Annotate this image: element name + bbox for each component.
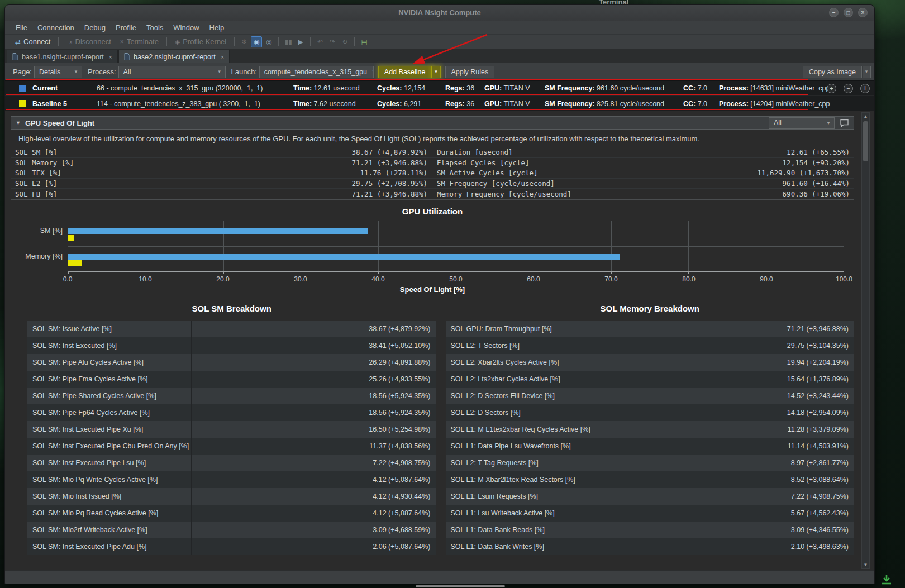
maximize-button[interactable]: □ [844, 8, 853, 17]
undo-icon[interactable]: ↶ [315, 36, 326, 47]
breakdown-row[interactable]: SOL GPU: Dram Throughput [%]71.21 (+3,94… [446, 321, 855, 337]
chart-tickmark [378, 271, 379, 274]
menu-item-profile[interactable]: Profile [111, 22, 141, 33]
download-icon[interactable] [880, 574, 893, 587]
tab-base2.nsight-cuprof-report[interactable]: base2.nsight-cuprof-report× [118, 50, 230, 63]
chart-gridline-horizontal [68, 246, 844, 247]
menu-item-tools[interactable]: Tools [141, 22, 168, 33]
close-button[interactable]: × [858, 8, 868, 17]
metric-row[interactable]: SM Frequency [cycle/usecond]961.60 (+16.… [432, 179, 854, 189]
breakdown-row[interactable]: SOL SM: Mio2rf Writeback Active [%]3.09 … [27, 522, 436, 538]
vertical-scrollbar[interactable]: ▲ ▼ [861, 112, 870, 569]
breakdown-row[interactable]: SOL L2: T Sectors [%]29.75 (+3,104.35%) [446, 337, 855, 354]
scroll-down-icon[interactable]: ▼ [862, 561, 869, 568]
connect-label: Connect [23, 37, 50, 46]
baseline-name: Baseline 5 [32, 100, 97, 108]
menu-item-file[interactable]: File [11, 22, 32, 33]
tab-close-icon[interactable]: × [221, 54, 224, 60]
metric-name: SOL TEX [%] [15, 169, 61, 177]
breakdown-row[interactable]: SOL L1: Lsu Writeback Active [%]5.67 (+4… [446, 505, 855, 522]
menu-item-window[interactable]: Window [168, 22, 204, 33]
copy-as-image-dropdown-arrow[interactable]: ▼ [862, 66, 871, 78]
breakdown-row[interactable]: SOL SM: Inst Executed Pipe Cbu Pred On A… [27, 438, 436, 455]
copy-as-image-button[interactable]: Copy as Image [803, 66, 862, 78]
launch-dropdown[interactable]: compute_tendencies_x_315_gpu ▼ [259, 66, 374, 78]
breakdown-row[interactable]: SOL SM: Issue Active [%]38.67 (+4,879.92… [27, 321, 436, 337]
menu-item-debug[interactable]: Debug [79, 22, 111, 33]
breakdown-row[interactable]: SOL L2: D Sectors [%]14.18 (+2,954.09%) [446, 404, 855, 421]
terminate-button[interactable]: ×Terminate [116, 36, 163, 48]
metric-row[interactable]: Memory Frequency [cycle/usecond]690.36 (… [432, 189, 854, 199]
metric-row[interactable]: SM Active Cycles [cycle]11,629.90 (+1,67… [432, 168, 854, 179]
scrollbar-thumb[interactable] [863, 121, 868, 161]
breakdown-row[interactable]: SOL L1: M L1tex2xbar Req Cycles Active [… [446, 421, 855, 438]
breakdown-row[interactable]: SOL SM: Inst Executed Pipe Xu [%]16.50 (… [27, 421, 436, 438]
rerun-icon[interactable]: ↻ [339, 36, 350, 47]
page-dropdown[interactable]: Details ▼ [34, 66, 82, 78]
metric-value: 11.76 (+278.11%) [360, 169, 427, 177]
breakdown-row[interactable]: SOL SM: Pipe Fp64 Cycles Active [%]18.56… [27, 404, 436, 421]
breakdown-row[interactable]: SOL SM: Mio Inst Issued [%]4.12 (+4,930.… [27, 488, 436, 505]
zoom-in-button[interactable]: + [827, 84, 836, 93]
metric-row[interactable]: SOL SM [%]38.67 (+4,879.92%) [11, 147, 432, 158]
titlebar[interactable]: NVIDIA Nsight Compute –□× [5, 5, 874, 21]
chart-bar-current [68, 228, 368, 234]
breakdown-row[interactable]: SOL SM: Mio Pq Read Cycles Active [%]4.1… [27, 505, 436, 522]
breakdown-row[interactable]: SOL SM: Inst Executed [%]38.41 (+5,052.1… [27, 337, 436, 354]
resume-icon[interactable]: ▶ [295, 36, 306, 47]
redo-icon[interactable]: ↷ [327, 36, 338, 47]
breakdown-row[interactable]: SOL SM: Mio Pq Write Cycles Active [%]4.… [27, 471, 436, 488]
collapse-arrow-icon[interactable]: ▼ [16, 120, 21, 126]
breakdown-row[interactable]: SOL SM: Inst Executed Pipe Adu [%]2.06 (… [27, 538, 436, 555]
breakdown-row[interactable]: SOL L2: Lts2xbar Cycles Active [%]15.64 … [446, 371, 855, 388]
baseline-row[interactable]: Current66 - compute_tendencies_x_315_gpu… [5, 81, 874, 96]
breakdown-row[interactable]: SOL L1: M Xbar2l1tex Read Sectors [%]8.5… [446, 471, 855, 488]
chart-tick-label: 40.0 [371, 275, 384, 283]
breakdown-row[interactable]: SOL L1: Data Bank Reads [%]3.09 (+4,346.… [446, 522, 855, 538]
breakdown-metric-value: 15.64 (+1,376.89%) [609, 371, 854, 388]
breakdown-row[interactable]: SOL SM: Pipe Alu Cycles Active [%]26.29 … [27, 354, 436, 371]
tab-base1.nsight-cuprof-report[interactable]: base1.nsight-cuprof-report× [7, 50, 118, 63]
comment-bubble-icon[interactable] [840, 119, 849, 127]
tab-close-icon[interactable]: × [109, 54, 112, 60]
metric-value: 12.61 (+65.55%) [787, 148, 850, 156]
breakdown-metric-name: SOL SM: Mio Inst Issued [%] [27, 488, 191, 505]
baseline-stat: Time: 7.62 usecond [293, 100, 377, 108]
breakdown-row[interactable]: SOL L1: Data Bank Writes [%]2.10 (+3,498… [446, 538, 855, 555]
metric-row[interactable]: SOL L2 [%]29.75 (+2,708.95%) [11, 179, 432, 189]
breakdown-metric-value: 4.12 (+5,087.64%) [191, 471, 436, 488]
zoom-out-button[interactable]: − [844, 84, 853, 93]
breakdown-row[interactable]: SOL L2: D Sectors Fill Device [%]14.52 (… [446, 388, 855, 404]
breakdown-row[interactable]: SOL L2: T Tag Requests [%]8.97 (+2,861.7… [446, 455, 855, 471]
menu-item-connection[interactable]: Connection [32, 22, 79, 33]
metric-list-icon[interactable]: ▤ [359, 36, 370, 47]
breakdown-row[interactable]: SOL L2: Xbar2lts Cycles Active [%]19.94 … [446, 354, 855, 371]
freeze-api-icon[interactable]: ❄ [239, 36, 250, 47]
disconnect-button[interactable]: ⇥Disconnect [62, 36, 115, 48]
minimize-button[interactable]: – [829, 8, 839, 17]
menu-item-help[interactable]: Help [204, 22, 230, 33]
breakdown-row[interactable]: SOL SM: Pipe Fma Cycles Active [%]25.26 … [27, 371, 436, 388]
metric-row[interactable]: SOL Memory [%]71.21 (+3,946.88%) [11, 158, 432, 169]
breakdown-row[interactable]: SOL L1: Data Pipe Lsu Wavefronts [%]11.1… [446, 438, 855, 455]
metric-row[interactable]: Elapsed Cycles [cycle]12,154 (+93.20%) [432, 158, 854, 169]
section-header-gpu-speed-of-light[interactable]: ▼ GPU Speed Of Light All ▼ [11, 116, 854, 130]
process-dropdown[interactable]: All ▼ [118, 66, 226, 78]
scroll-up-icon[interactable]: ▲ [862, 113, 869, 120]
profile-kernel-label: Profile Kernel [183, 37, 226, 46]
baseline-capture-icon[interactable]: ◎ [263, 36, 274, 47]
metric-row[interactable]: Duration [usecond]12.61 (+65.55%) [432, 147, 854, 158]
breakdown-row[interactable]: SOL L1: Lsuin Requests [%]7.22 (+4,908.7… [446, 488, 855, 505]
breakdown-row[interactable]: SOL SM: Inst Executed Pipe Lsu [%]7.22 (… [27, 455, 436, 471]
metric-row[interactable]: SOL FB [%]71.21 (+3,946.88%) [11, 189, 432, 199]
app-window: NVIDIA Nsight Compute –□× FileConnection… [4, 4, 875, 584]
tab-label: base1.nsight-cuprof-report [22, 53, 104, 61]
connect-button[interactable]: ⇄Connect [11, 36, 55, 48]
section-filter-dropdown[interactable]: All ▼ [769, 117, 835, 129]
info-button[interactable]: i [860, 84, 870, 93]
metric-row[interactable]: SOL TEX [%]11.76 (+278.11%) [11, 168, 432, 179]
pause-icon[interactable]: ▮▮ [283, 36, 294, 47]
breakdown-row[interactable]: SOL SM: Pipe Shared Cycles Active [%]18.… [27, 388, 436, 404]
profile-kernel-button[interactable]: ◈Profile Kernel [170, 36, 231, 48]
profile-series-icon[interactable]: ◉ [251, 36, 262, 47]
